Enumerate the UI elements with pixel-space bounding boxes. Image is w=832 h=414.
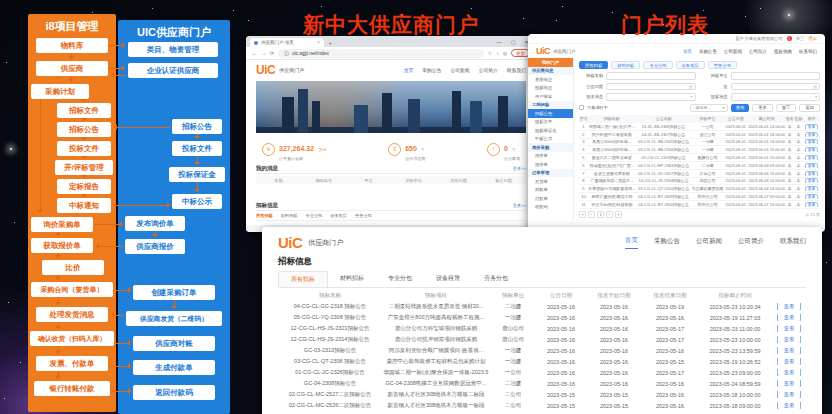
view-button[interactable]: 查看 <box>805 186 819 191</box>
nav-item[interactable]: 联系我们 <box>507 67 526 73</box>
bookmark-icon[interactable]: ☆ <box>488 50 492 56</box>
browser-tab[interactable]: 供应商门户-首页 × <box>250 38 324 47</box>
download-icon[interactable]: ↓ <box>496 50 499 56</box>
view-button[interactable]: 查看 <box>805 194 819 199</box>
category-chip[interactable]: 设备租赁 <box>676 61 705 69</box>
nav-item[interactable]: 联系我们 <box>799 49 817 54</box>
sidebar-item[interactable]: 用户绑定 <box>528 92 573 101</box>
window-controls[interactable]: — ▢ × <box>497 39 532 47</box>
nav-item[interactable]: 采购公告 <box>654 237 680 249</box>
bid-tab[interactable]: 设备租赁 <box>330 213 347 218</box>
profile-icon[interactable]: ◎ <box>503 50 507 56</box>
nav-item[interactable]: 首页 <box>625 236 638 249</box>
sidebar-item[interactable]: 中标公示 <box>528 135 573 144</box>
sidebar-item[interactable]: 资质信息 <box>528 75 573 84</box>
back-button[interactable]: 返回 <box>799 104 820 112</box>
view-button[interactable]: 查看 <box>805 202 819 207</box>
sidebar-item[interactable]: 发货单 <box>528 177 573 186</box>
new-tab-button[interactable]: + <box>329 41 332 47</box>
view-button[interactable]: 查看 <box>777 314 802 321</box>
nav-item[interactable]: 公司简介 <box>479 67 498 73</box>
nav-item[interactable]: 联系我们 <box>780 237 806 249</box>
reset-button[interactable]: 重置 <box>776 104 797 112</box>
bid-tab[interactable]: 专业分包 <box>376 271 424 287</box>
more-button[interactable]: 更多 <box>752 104 773 112</box>
sidebar-item[interactable]: 投标保证金 <box>528 126 573 135</box>
nav-item[interactable]: 公司简介 <box>749 49 767 54</box>
bid-tab[interactable]: 设备租赁 <box>424 271 472 287</box>
filter-input[interactable] <box>731 72 821 80</box>
filter-input[interactable]: ▤ <box>731 83 821 91</box>
filter-input[interactable]: ▤ <box>606 83 696 91</box>
site-info-icon[interactable]: ⓘ <box>284 50 289 56</box>
view-button[interactable]: 查看 <box>777 369 802 376</box>
view-button[interactable]: 查看 <box>805 139 819 144</box>
pager-button[interactable]: « <box>579 211 586 218</box>
nav-item[interactable]: 公司新闻 <box>724 49 742 54</box>
view-button[interactable]: 查看 <box>805 147 819 152</box>
sidebar-item[interactable]: 投标文件 <box>528 118 573 127</box>
sidebar-item[interactable]: 收款码 <box>528 203 573 212</box>
nav-item[interactable]: 投标指南 <box>774 49 792 54</box>
category-chip[interactable]: 所有招标 <box>579 61 608 69</box>
checkbox[interactable] <box>579 105 584 110</box>
nav-item[interactable]: 首页 <box>404 67 414 73</box>
bid-tab[interactable]: 劳务分包 <box>355 213 372 218</box>
pager-button[interactable]: › <box>606 211 613 218</box>
more-link[interactable]: 更多>> <box>513 203 526 208</box>
category-chip[interactable]: 材料招标 <box>611 61 640 69</box>
sidebar-item[interactable]: 对账单 <box>528 186 573 195</box>
tab-close-icon[interactable]: × <box>317 40 320 45</box>
more-link[interactable]: 更多>> <box>513 166 526 171</box>
sidebar-item[interactable]: 我的门户 <box>528 58 573 67</box>
view-button[interactable]: 查看 <box>805 132 819 137</box>
bid-tab[interactable]: 劳务分包 <box>472 271 520 287</box>
sidebar-item[interactable]: 报价单 <box>528 160 573 169</box>
reload-icon[interactable]: ⟳ <box>270 50 274 56</box>
sidebar-item[interactable]: 工程招标 <box>528 101 573 110</box>
nav-item[interactable]: 公司新闻 <box>450 67 469 73</box>
view-button[interactable]: 查看 <box>777 402 802 409</box>
logout-link[interactable]: 退出 <box>808 36 817 41</box>
view-button[interactable]: 查看 <box>777 391 802 398</box>
filter-input[interactable]: ▾ <box>606 93 696 101</box>
bid-tab[interactable]: 材料招标 <box>328 271 376 287</box>
back-icon[interactable]: ← <box>252 50 257 56</box>
sidebar-item[interactable]: 订单管理 <box>528 169 573 178</box>
bid-tab[interactable]: 专业分包 <box>306 213 323 218</box>
bid-tab[interactable]: 所有招标 <box>256 213 273 218</box>
sidebar-item[interactable]: 投标信息 <box>528 84 573 93</box>
view-button[interactable]: 查看 <box>777 303 802 310</box>
nav-item[interactable]: 公司简介 <box>738 237 764 249</box>
select-dropdown[interactable]: --请选择-- ▾ <box>690 104 728 112</box>
search-button[interactable]: 查询 <box>731 104 750 112</box>
sidebar-item[interactable]: 供应商信息 <box>528 67 573 76</box>
view-button[interactable]: 查看 <box>777 358 802 365</box>
sidebar-item[interactable]: 招标公告 <box>528 109 573 118</box>
view-button[interactable]: 查看 <box>777 347 802 354</box>
view-button[interactable]: 查看 <box>805 171 819 176</box>
category-chip[interactable]: 劳务分包 <box>708 61 737 69</box>
nav-item[interactable]: 采购公告 <box>422 67 441 73</box>
pager-button[interactable]: 1 <box>597 211 604 218</box>
view-button[interactable]: 查看 <box>805 155 819 160</box>
bid-tab[interactable]: 所有招标 <box>278 271 328 287</box>
address-bar[interactable]: ⓘ uic.sgjjt.net/index <box>278 49 483 58</box>
category-chip[interactable]: 专业分包 <box>643 61 672 69</box>
sidebar-item[interactable]: 询价单 <box>528 152 573 161</box>
forward-icon[interactable]: → <box>261 50 266 56</box>
view-button[interactable]: 查看 <box>777 325 802 332</box>
pager-button[interactable]: ‹ <box>588 211 595 218</box>
view-button[interactable]: 查看 <box>805 163 819 168</box>
filter-input[interactable]: ▾ <box>731 93 821 101</box>
view-button[interactable]: 查看 <box>805 178 819 183</box>
sidebar-item[interactable]: 付款单 <box>528 194 573 203</box>
bid-tab[interactable]: 材料招标 <box>281 213 298 218</box>
pager-button[interactable]: » <box>615 211 622 218</box>
view-button[interactable]: 查看 <box>805 124 819 129</box>
view-button[interactable]: 查看 <box>777 380 802 387</box>
nav-item[interactable]: 公司新闻 <box>696 237 722 249</box>
filter-input[interactable] <box>606 72 696 80</box>
sidebar-item[interactable]: 询价采购 <box>528 143 573 152</box>
nav-item[interactable]: 首页 <box>683 49 692 54</box>
